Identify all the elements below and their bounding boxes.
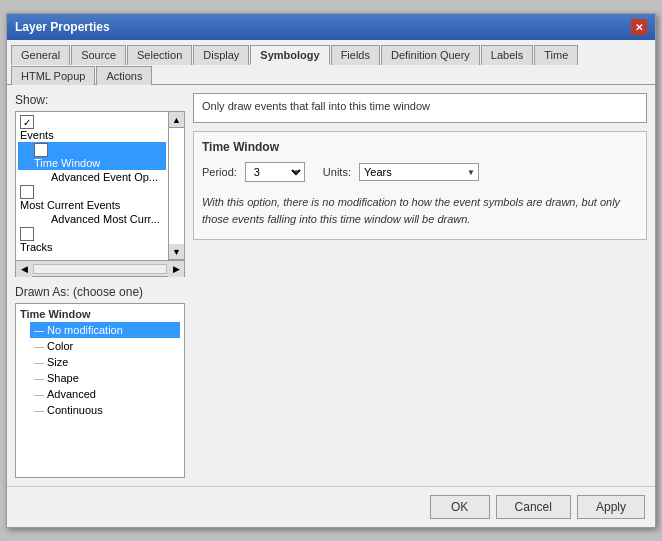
drawn-as-label: Drawn As: (choose one) bbox=[15, 285, 185, 299]
scroll-right-button[interactable]: ▶ bbox=[168, 261, 184, 277]
tab-labels[interactable]: Labels bbox=[481, 45, 533, 65]
drawn-as-item[interactable]: Shape bbox=[30, 370, 180, 386]
tabs-bar: GeneralSourceSelectionDisplaySymbologyFi… bbox=[7, 40, 655, 85]
tab-html-popup[interactable]: HTML Popup bbox=[11, 66, 95, 85]
tab-display[interactable]: Display bbox=[193, 45, 249, 65]
main-content: Show: ✓Events✓Time WindowAdvanced Event … bbox=[7, 85, 655, 486]
time-window-title: Time Window bbox=[202, 140, 638, 154]
tree-item-label: Advanced Most Curr... bbox=[51, 213, 160, 225]
tree-item-label: Tracks bbox=[20, 241, 53, 253]
tab-general[interactable]: General bbox=[11, 45, 70, 65]
period-label: Period: bbox=[202, 166, 237, 178]
tree-box: ✓Events✓Time WindowAdvanced Event Op...M… bbox=[15, 111, 185, 261]
tree-item[interactable]: Advanced Most Curr... bbox=[18, 212, 166, 226]
tab-time[interactable]: Time bbox=[534, 45, 578, 65]
show-label: Show: bbox=[15, 93, 185, 107]
drawn-as-item[interactable]: No modification bbox=[30, 322, 180, 338]
tab-symbology[interactable]: Symbology bbox=[250, 45, 329, 65]
scroll-down-button[interactable]: ▼ bbox=[169, 244, 184, 260]
apply-button[interactable]: Apply bbox=[577, 495, 645, 519]
tab-fields[interactable]: Fields bbox=[331, 45, 380, 65]
drawn-as-item[interactable]: Size bbox=[30, 354, 180, 370]
tree-item[interactable]: Tracks bbox=[18, 226, 166, 254]
tab-source[interactable]: Source bbox=[71, 45, 126, 65]
h-scroll-track bbox=[33, 264, 167, 274]
tab-definition-query[interactable]: Definition Query bbox=[381, 45, 480, 65]
tree-item-label: Events bbox=[20, 129, 54, 141]
drawn-as-item[interactable]: Color bbox=[30, 338, 180, 354]
tree-checkbox[interactable]: ✓ bbox=[34, 143, 48, 157]
description-text: With this option, there is no modificati… bbox=[202, 190, 638, 231]
window-title: Layer Properties bbox=[15, 20, 110, 34]
units-select[interactable]: YearsMonthsDaysHoursMinutesSeconds bbox=[359, 163, 479, 181]
cancel-button[interactable]: Cancel bbox=[496, 495, 571, 519]
info-box: Only draw events that fall into this tim… bbox=[193, 93, 647, 123]
tree-item-label: Time Window bbox=[34, 157, 100, 169]
close-button[interactable]: ✕ bbox=[631, 19, 647, 35]
scroll-up-button[interactable]: ▲ bbox=[169, 112, 184, 128]
tab-actions[interactable]: Actions bbox=[96, 66, 152, 85]
period-select[interactable]: 1234510 bbox=[245, 162, 305, 182]
tree-checkbox[interactable]: ✓ bbox=[20, 115, 34, 129]
right-panel: Only draw events that fall into this tim… bbox=[193, 93, 647, 478]
tree-item[interactable]: Most Current Events bbox=[18, 184, 166, 212]
layer-properties-window: Layer Properties ✕ GeneralSourceSelectio… bbox=[6, 13, 656, 528]
tree-item[interactable]: ✓Time Window bbox=[18, 142, 166, 170]
drawn-as-item[interactable]: Advanced bbox=[30, 386, 180, 402]
left-panel: Show: ✓Events✓Time WindowAdvanced Event … bbox=[15, 93, 185, 478]
time-window-section: Time Window Period: 1234510 Units: Years… bbox=[193, 131, 647, 240]
tree-item[interactable]: Advanced Event Op... bbox=[18, 170, 166, 184]
tree-item-label: Most Current Events bbox=[20, 199, 120, 211]
drawn-as-items: No modificationColorSizeShapeAdvancedCon… bbox=[20, 322, 180, 418]
scroll-left-button[interactable]: ◀ bbox=[16, 261, 32, 277]
drawn-as-box: Time Window No modificationColorSizeShap… bbox=[15, 303, 185, 478]
period-select-wrapper: 1234510 bbox=[245, 162, 305, 182]
tree-item[interactable]: ✓Events bbox=[18, 114, 166, 142]
tree-item-label: Advanced Event Op... bbox=[51, 171, 158, 183]
tree-checkbox[interactable] bbox=[20, 185, 34, 199]
tab-selection[interactable]: Selection bbox=[127, 45, 192, 65]
h-scrollbar: ◀ ▶ bbox=[15, 261, 185, 277]
footer: OK Cancel Apply bbox=[7, 486, 655, 527]
units-select-wrapper: YearsMonthsDaysHoursMinutesSeconds bbox=[359, 163, 479, 181]
period-row: Period: 1234510 Units: YearsMonthsDaysHo… bbox=[202, 162, 638, 182]
units-label: Units: bbox=[323, 166, 351, 178]
ok-button[interactable]: OK bbox=[430, 495, 490, 519]
title-bar: Layer Properties ✕ bbox=[7, 14, 655, 40]
drawn-as-section-label: Time Window bbox=[20, 308, 180, 320]
drawn-as-item[interactable]: Continuous bbox=[30, 402, 180, 418]
tree-checkbox[interactable] bbox=[20, 227, 34, 241]
